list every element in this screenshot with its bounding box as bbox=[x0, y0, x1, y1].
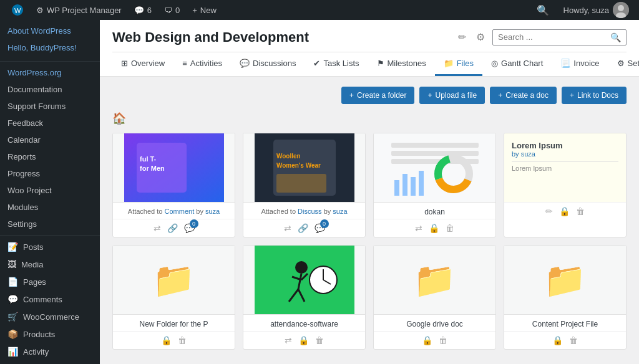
move-icon-3[interactable]: ⇄ bbox=[415, 223, 422, 233]
sidebar-comments[interactable]: 💬 Comments bbox=[0, 290, 100, 308]
sidebar-reports[interactable]: Reports bbox=[0, 148, 100, 165]
sidebar-media[interactable]: 🖼 Media bbox=[0, 256, 100, 273]
tab-gantt-chart[interactable]: ◎ Gantt Chart bbox=[482, 52, 552, 76]
project-title: Web Design and Development bbox=[112, 29, 309, 46]
svg-text:Women's Wear: Women's Wear bbox=[276, 162, 321, 169]
woollen-discuss-link[interactable]: Discuss bbox=[298, 208, 322, 215]
tshirt-user-link[interactable]: suza bbox=[205, 208, 220, 215]
trash-icon-7[interactable]: 🗑 bbox=[439, 335, 447, 345]
move-icon-6[interactable]: ⇄ bbox=[285, 335, 292, 345]
project-header: Web Design and Development ✏ ⚙ 🔍 ⊞ Overv… bbox=[100, 20, 639, 77]
trash-icon-5[interactable]: 🗑 bbox=[178, 335, 187, 345]
sidebar-feedback[interactable]: Feedback bbox=[0, 115, 100, 132]
trash-icon-6[interactable]: 🗑 bbox=[315, 335, 324, 345]
file-card-woollen[interactable]: Woollen Women's Wear Attached to Discuss… bbox=[243, 133, 366, 237]
tab-overview[interactable]: ⊞ Overview bbox=[112, 52, 173, 76]
project-settings-icon[interactable]: ⚙ bbox=[474, 29, 487, 46]
comment-icon[interactable]: 💬 0 bbox=[184, 223, 195, 233]
tab-files[interactable]: 📁 Files bbox=[435, 52, 482, 76]
lock-icon-8[interactable]: 🔒 bbox=[552, 335, 563, 345]
svg-point-26 bbox=[295, 261, 308, 274]
file-card-tshirt-actions: ⇄ 🔗 💬 0 bbox=[113, 219, 235, 237]
lorem-body: Lorem Ipsum bbox=[512, 165, 618, 172]
adminbar-search-icon[interactable]: 🔍 bbox=[530, 4, 555, 16]
tab-settings[interactable]: ⚙ Settings bbox=[608, 52, 639, 76]
sidebar-settings[interactable]: Settings bbox=[0, 216, 100, 232]
files-tab-icon: 📁 bbox=[444, 59, 454, 68]
lorem-title: Lorem Ipsum bbox=[512, 141, 618, 150]
sidebar-modules[interactable]: Modules bbox=[0, 199, 100, 216]
adminbar-project-manager[interactable]: ⚙ WP Project Manager bbox=[30, 0, 128, 20]
adminbar-wp-icon[interactable]: W bbox=[5, 0, 30, 20]
woollen-user-link[interactable]: suza bbox=[333, 208, 347, 215]
tab-activities[interactable]: ≡ Activities bbox=[173, 52, 231, 76]
create-doc-button[interactable]: + Create a doc bbox=[490, 87, 557, 104]
link-to-docs-plus-icon: + bbox=[570, 91, 574, 100]
project-search-input[interactable] bbox=[498, 32, 610, 42]
sidebar-woo-project[interactable]: Woo Project bbox=[0, 182, 100, 199]
adminbar-new-comments[interactable]: 🗨 0 bbox=[158, 0, 186, 20]
sidebar-activity[interactable]: 📊 Activity bbox=[0, 343, 100, 360]
file-card-lorem[interactable]: Lorem Ipsum by suza Lorem Ipsum ✏ 🔒 🗑 bbox=[504, 133, 627, 237]
sidebar-calendar[interactable]: Calendar bbox=[0, 132, 100, 148]
tab-discussions[interactable]: 💬 Discussions bbox=[231, 52, 305, 76]
file-card-google-drive[interactable]: 📁 Google drive doc 🔒 🗑 bbox=[373, 245, 496, 350]
file-card-google-drive-actions: 🔒 🗑 bbox=[374, 331, 495, 349]
sidebar-posts[interactable]: 📝 Posts bbox=[0, 238, 100, 256]
task-lists-tab-icon: ✔ bbox=[313, 59, 320, 68]
trash-icon-3[interactable]: 🗑 bbox=[446, 223, 454, 233]
sidebar-emails[interactable]: ✉ Emails bbox=[0, 360, 100, 364]
discussions-tab-icon: 💬 bbox=[240, 59, 250, 68]
tab-invoice[interactable]: 📃 Invoice bbox=[552, 52, 608, 76]
link-icon[interactable]: 🔗 bbox=[167, 223, 178, 233]
home-icon[interactable]: 🏠 bbox=[112, 112, 126, 125]
adminbar-new[interactable]: + New bbox=[186, 0, 223, 20]
adminbar-comments[interactable]: 💬 6 bbox=[128, 0, 158, 20]
file-card-new-folder-actions: 🔒 🗑 bbox=[113, 331, 235, 349]
comment-icon-2[interactable]: 💬 0 bbox=[315, 223, 325, 233]
move-icon-2[interactable]: ⇄ bbox=[284, 223, 291, 233]
file-preview-new-folder: 📁 bbox=[113, 246, 235, 314]
sidebar-wordpress-org[interactable]: WordPress.org bbox=[0, 64, 100, 81]
file-card-new-folder[interactable]: 📁 New Folder for the P 🔒 🗑 bbox=[112, 245, 235, 350]
trash-icon-4[interactable]: 🗑 bbox=[576, 206, 585, 216]
user-avatar[interactable] bbox=[613, 2, 629, 18]
file-preview-content-project: 📁 bbox=[504, 246, 626, 314]
lock-icon-4[interactable]: 🔒 bbox=[559, 206, 570, 216]
link-to-docs-button[interactable]: + Link to Docs bbox=[562, 87, 627, 104]
comment-badge-2: 0 bbox=[320, 219, 329, 228]
activity-icon: 📊 bbox=[7, 347, 18, 357]
file-card-content-project[interactable]: 📁 Content Project File 🔒 🗑 bbox=[504, 245, 627, 350]
lock-icon-6[interactable]: 🔒 bbox=[298, 335, 309, 345]
move-icon[interactable]: ⇄ bbox=[154, 223, 161, 233]
create-folder-button[interactable]: + Create a folder bbox=[341, 87, 414, 104]
sidebar-woocommerce[interactable]: 🛒 WooCommerce bbox=[0, 308, 100, 325]
sidebar-pages[interactable]: 📄 Pages bbox=[0, 273, 100, 290]
file-card-attendance-actions: ⇄ 🔒 🗑 bbox=[243, 331, 365, 349]
sidebar-support-forums[interactable]: Support Forums bbox=[0, 98, 100, 115]
sidebar-products[interactable]: 📦 Products bbox=[0, 325, 100, 343]
lock-icon-5[interactable]: 🔒 bbox=[161, 335, 172, 345]
file-card-tshirt[interactable]: ful T- for Men Attached to Comment by su… bbox=[112, 133, 235, 237]
tab-task-lists[interactable]: ✔ Task Lists bbox=[305, 52, 368, 76]
link-icon-2[interactable]: 🔗 bbox=[298, 223, 308, 233]
lock-icon-3[interactable]: 🔒 bbox=[429, 223, 439, 233]
edit-project-icon[interactable]: ✏ bbox=[456, 29, 469, 46]
lorem-user-link[interactable]: suza bbox=[521, 150, 535, 158]
posts-icon: 📝 bbox=[7, 242, 18, 252]
file-card-dokan[interactable]: dokan ⇄ 🔒 🗑 bbox=[373, 133, 496, 237]
tab-milestones[interactable]: ⚑ Milestones bbox=[368, 52, 435, 76]
tshirt-comment-link[interactable]: Comment bbox=[165, 208, 195, 215]
trash-icon-8[interactable]: 🗑 bbox=[569, 335, 578, 345]
project-search-button[interactable]: 🔍 bbox=[610, 32, 621, 42]
sidebar-about-wordpress[interactable]: About WordPress bbox=[0, 22, 100, 39]
products-icon: 📦 bbox=[7, 329, 18, 339]
upload-file-button[interactable]: + Upload a file bbox=[419, 87, 485, 104]
edit-icon-4[interactable]: ✏ bbox=[545, 206, 553, 216]
file-card-attendance[interactable]: attendance-software ⇄ 🔒 🗑 bbox=[243, 245, 366, 350]
lock-icon-7[interactable]: 🔒 bbox=[422, 335, 432, 345]
sidebar-hello-buddypress[interactable]: Hello, BuddyPress! bbox=[0, 39, 100, 56]
gantt-tab-icon: ◎ bbox=[491, 59, 498, 68]
sidebar-documentation[interactable]: Documentation bbox=[0, 81, 100, 98]
sidebar-progress[interactable]: Progress bbox=[0, 165, 100, 182]
